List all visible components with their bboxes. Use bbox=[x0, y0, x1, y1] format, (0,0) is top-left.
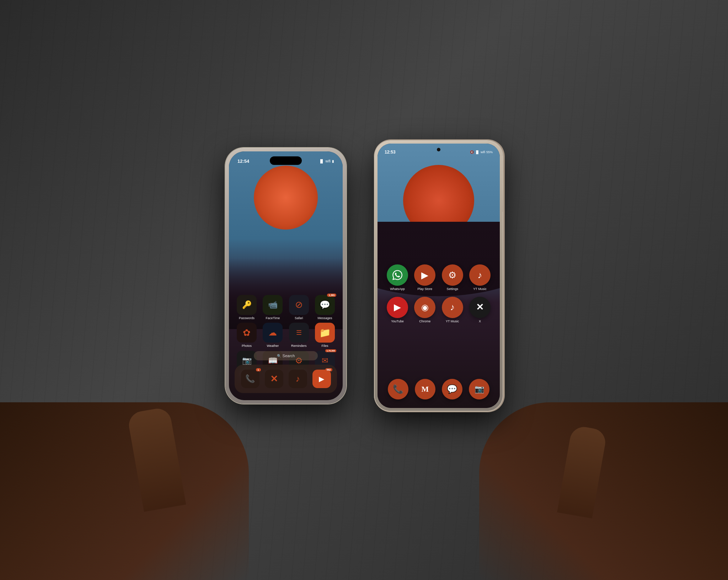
android-silent-icon: 🔇 bbox=[470, 150, 474, 154]
ytmusic1-icon: ♪ bbox=[469, 264, 491, 286]
dock-youtube[interactable]: ▶ 562 bbox=[312, 370, 331, 388]
ytmusic2-label: YT Music bbox=[446, 319, 459, 323]
dock-music[interactable]: ♪ bbox=[289, 370, 307, 388]
dock-phone-icon: 📞 1 bbox=[241, 370, 259, 388]
android-dock-gmail[interactable]: M bbox=[415, 379, 435, 399]
dock-x[interactable]: ✕ bbox=[265, 370, 283, 388]
android-x-icon: ✕ bbox=[469, 297, 491, 318]
battery-icon: ▮ bbox=[332, 159, 334, 163]
app-messages[interactable]: 💬 1,381 Messages bbox=[313, 295, 337, 320]
reminders-icon: ☰ bbox=[289, 323, 309, 343]
whatsapp-icon bbox=[387, 264, 408, 286]
search-icon: 🔍 bbox=[277, 354, 281, 358]
android-x-label: X bbox=[479, 319, 481, 323]
photos-icon: ✿ bbox=[237, 323, 257, 343]
android-app-row-2: ▶ YouTube ◉ Chrome ♪ bbox=[385, 297, 493, 323]
files-label: Files bbox=[321, 344, 328, 348]
photos-label: Photos bbox=[242, 344, 252, 348]
passwords-icon: 🔑 bbox=[237, 295, 257, 315]
youtube-label: YouTube bbox=[391, 319, 403, 323]
whatsapp-label: WhatsApp bbox=[390, 287, 405, 291]
safari-label: Safari bbox=[295, 316, 303, 320]
android-app-whatsapp[interactable]: WhatsApp bbox=[385, 264, 410, 291]
iphone-sun bbox=[254, 166, 318, 230]
playstore-icon: ▶ bbox=[414, 264, 435, 286]
app-passwords[interactable]: 🔑 Passwords bbox=[235, 295, 259, 320]
android-screen: 12:53 🔇 ▐▌ wifi 55% bbox=[378, 144, 500, 408]
android-app-row-1: WhatsApp ▶ Play Store ⚙ Sett bbox=[385, 264, 493, 291]
dock-phone-badge: 1 bbox=[256, 368, 261, 371]
android: 12:53 🔇 ▐▌ wifi 55% bbox=[375, 141, 503, 411]
dock-music-icon: ♪ bbox=[289, 370, 307, 388]
weather-label: Weather bbox=[267, 344, 279, 348]
app-weather[interactable]: ☁ Weather bbox=[261, 323, 285, 348]
android-battery-icon: 55% bbox=[486, 150, 493, 154]
android-wifi-icon: wifi bbox=[481, 150, 485, 154]
app-files[interactable]: 📁 Files bbox=[313, 323, 337, 348]
facetime-label: FaceTime bbox=[266, 316, 280, 320]
android-dock-messages[interactable]: 💬 bbox=[442, 379, 462, 399]
chrome-icon: ◉ bbox=[414, 297, 435, 318]
android-dock-camera[interactable]: 📷 bbox=[469, 379, 489, 399]
iphone-app-row-1: 🔑 Passwords 📹 FaceTime ⊘ Safari bbox=[235, 295, 337, 320]
android-dock: 📞 M 💬 📷 bbox=[385, 377, 493, 402]
android-dock-phone[interactable]: 📞 bbox=[388, 379, 408, 399]
files-icon: 📁 bbox=[315, 323, 335, 343]
iphone-app-row-2: ✿ Photos ☁ Weather ☰ Reminders 📁 bbox=[235, 323, 337, 348]
messages-icon: 💬 1,381 bbox=[315, 295, 335, 315]
iphone-status-icons: ▐▌ wifi ▮ bbox=[319, 159, 334, 163]
weather-icon: ☁ bbox=[263, 323, 283, 343]
android-app-settings[interactable]: ⚙ Settings bbox=[440, 264, 465, 291]
reminders-label: Reminders bbox=[291, 344, 307, 348]
dynamic-island bbox=[270, 156, 302, 165]
android-time: 12:53 bbox=[385, 150, 396, 155]
playstore-label: Play Store bbox=[418, 287, 433, 291]
dock-youtube-badge: 562 bbox=[325, 368, 332, 371]
wifi-icon: wifi bbox=[326, 159, 331, 163]
android-app-playstore[interactable]: ▶ Play Store bbox=[412, 264, 438, 291]
youtube-icon: ▶ bbox=[387, 297, 408, 318]
messages-label: Messages bbox=[317, 316, 332, 320]
android-app-ytmusic1[interactable]: ♪ YT Music bbox=[467, 264, 493, 291]
android-status-icons: 🔇 ▐▌ wifi 55% bbox=[470, 150, 493, 154]
iphone: 12:54 ▐▌ wifi ▮ 🔑 Passwords bbox=[225, 148, 346, 404]
android-settings-label: Settings bbox=[446, 287, 458, 291]
phones-container: 12:54 ▐▌ wifi ▮ 🔑 Passwords bbox=[225, 141, 503, 411]
app-safari[interactable]: ⊘ Safari bbox=[287, 295, 311, 320]
search-label: Search bbox=[283, 354, 295, 358]
android-front-camera bbox=[437, 148, 440, 151]
scene: 12:54 ▐▌ wifi ▮ 🔑 Passwords bbox=[0, 0, 728, 580]
iphone-dock: 📞 1 ✕ ♪ ▶ 562 bbox=[235, 365, 337, 393]
android-app-ytmusic2[interactable]: ♪ YT Music bbox=[440, 297, 465, 323]
android-power-button[interactable] bbox=[502, 183, 503, 212]
dock-youtube-icon: ▶ 562 bbox=[312, 370, 331, 388]
app-reminders[interactable]: ☰ Reminders bbox=[287, 323, 311, 348]
ytmusic1-label: YT Music bbox=[473, 287, 486, 291]
android-app-x[interactable]: ✕ X bbox=[467, 297, 493, 323]
android-app-youtube[interactable]: ▶ YouTube bbox=[385, 297, 410, 323]
signal-icon: ▐▌ bbox=[319, 159, 324, 163]
facetime-icon: 📹 bbox=[263, 295, 283, 315]
android-app-chrome[interactable]: ◉ Chrome bbox=[412, 297, 438, 323]
android-signal-icon: ▐▌ bbox=[475, 150, 480, 154]
chrome-label: Chrome bbox=[419, 319, 430, 323]
iphone-search-bar[interactable]: 🔍 Search bbox=[254, 351, 318, 360]
safari-icon: ⊘ bbox=[289, 295, 309, 315]
passwords-label: Passwords bbox=[239, 316, 255, 320]
ytmusic2-icon: ♪ bbox=[442, 297, 463, 318]
messages-badge: 1,381 bbox=[327, 294, 336, 297]
dock-phone[interactable]: 📞 1 bbox=[241, 370, 259, 388]
android-app-grid: WhatsApp ▶ Play Store ⚙ Sett bbox=[385, 264, 493, 329]
app-photos[interactable]: ✿ Photos bbox=[235, 323, 259, 348]
mail-badge: 1,79,398 bbox=[325, 349, 336, 352]
app-facetime[interactable]: 📹 FaceTime bbox=[261, 295, 285, 320]
android-settings-icon: ⚙ bbox=[442, 264, 463, 286]
iphone-time: 12:54 bbox=[237, 159, 249, 164]
dock-x-icon: ✕ bbox=[265, 370, 283, 388]
iphone-screen: 12:54 ▐▌ wifi ▮ 🔑 Passwords bbox=[229, 151, 343, 400]
